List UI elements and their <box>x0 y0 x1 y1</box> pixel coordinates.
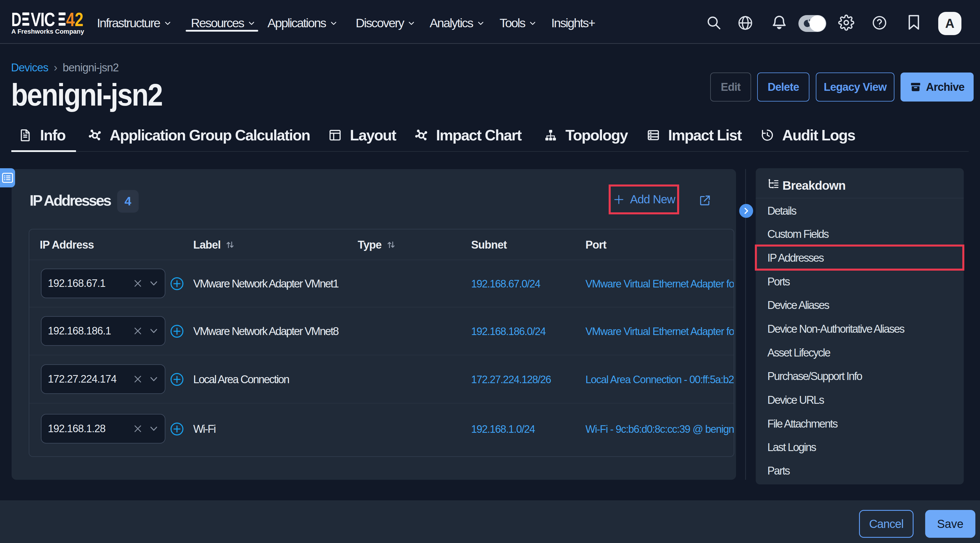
svg-text:D: D <box>11 12 21 30</box>
svg-text:VIC: VIC <box>31 12 55 30</box>
svg-text:42: 42 <box>66 12 84 30</box>
